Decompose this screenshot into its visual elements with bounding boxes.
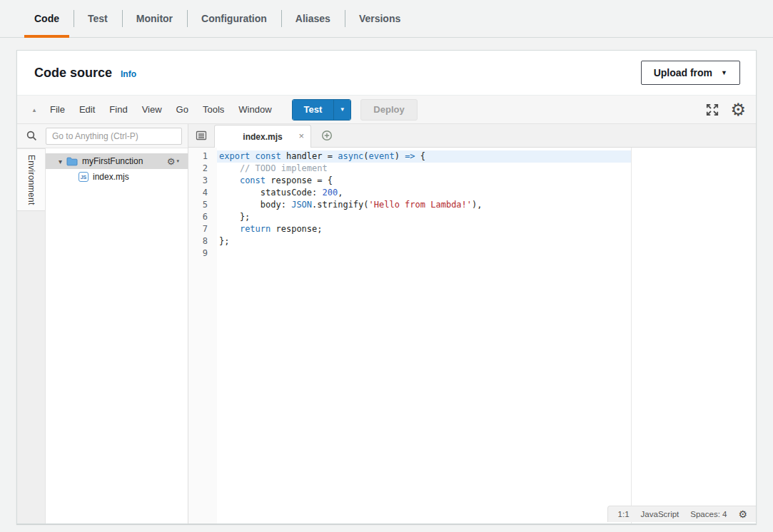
code-line-5[interactable]: body: JSON.stringify('Hello from Lambda!… xyxy=(217,199,756,211)
console-tab-aliases[interactable]: Aliases xyxy=(281,0,345,37)
code-line-9[interactable] xyxy=(217,247,756,260)
page-title: Code source xyxy=(34,66,112,81)
line-number[interactable]: 7 xyxy=(188,223,217,235)
folder-icon xyxy=(66,157,78,166)
menu-edit[interactable]: Edit xyxy=(72,96,102,124)
panel-rail: Environment xyxy=(17,148,46,523)
line-number[interactable]: 6 xyxy=(188,211,217,223)
editor-settings-gear-icon[interactable]: ⚙ xyxy=(730,101,746,118)
console-tab-code[interactable]: Code xyxy=(20,0,74,37)
sidebar-lower: Environment ▾ myFir xyxy=(17,148,188,523)
code-content: export const handler = async(event) => {… xyxy=(217,148,756,523)
info-link[interactable]: Info xyxy=(121,69,136,79)
language-mode[interactable]: JavaScript xyxy=(641,510,679,518)
search-icon[interactable] xyxy=(17,131,46,141)
title-group: Code source Info xyxy=(34,66,136,81)
code-line-6[interactable]: }; xyxy=(217,211,756,223)
code-line-7[interactable]: return response; xyxy=(217,223,756,235)
test-options-button[interactable]: ▼ xyxy=(333,100,350,120)
tree-folder-myfirstfunction[interactable]: ▾ myFirstFunction ⚙▾ xyxy=(46,153,188,169)
tree-file-index-mjs[interactable]: JS index.mjs xyxy=(46,169,188,185)
tab-list-icon[interactable] xyxy=(188,130,214,141)
upload-from-label: Upload from xyxy=(654,67,712,78)
menu-tools[interactable]: Tools xyxy=(196,96,231,124)
menu-window[interactable]: Window xyxy=(231,96,278,124)
console-tabs: CodeTestMonitorConfigurationAliasesVersi… xyxy=(0,0,773,38)
explorer-sidebar: Environment ▾ myFir xyxy=(17,124,188,523)
upload-from-button[interactable]: Upload from ▼ xyxy=(641,61,740,85)
line-number-gutter: 123456789 xyxy=(188,148,217,523)
cursor-position[interactable]: 1:1 xyxy=(618,510,630,518)
menu-view[interactable]: View xyxy=(135,96,169,124)
menubar-right-icons: ⚙ xyxy=(705,101,749,118)
code-source-panel: Code source Info Upload from ▼ ▴ FileEdi… xyxy=(16,50,757,524)
console-tab-monitor[interactable]: Monitor xyxy=(122,0,187,37)
editor-tabbar: index.mjs × xyxy=(188,124,756,148)
folder-label: myFirstFunction xyxy=(82,156,143,166)
menubar-collapse-icon[interactable]: ▴ xyxy=(26,106,43,113)
line-number[interactable]: 4 xyxy=(188,187,217,199)
code-line-1[interactable]: export const handler = async(event) => { xyxy=(217,150,756,163)
menu-file[interactable]: File xyxy=(43,96,72,124)
line-number[interactable]: 3 xyxy=(188,175,217,187)
code-area: 123456789 export const handler = async(e… xyxy=(188,148,756,523)
console-tab-test[interactable]: Test xyxy=(74,0,122,37)
menu-go[interactable]: Go xyxy=(169,96,196,124)
line-number[interactable]: 1 xyxy=(188,150,217,163)
editor-menus: FileEditFindViewGoToolsWindow xyxy=(43,96,279,124)
code-line-2[interactable]: // TODO implement xyxy=(217,163,756,175)
test-button[interactable]: Test xyxy=(293,100,334,120)
js-file-icon: JS xyxy=(79,172,89,182)
editor-tab-index-mjs[interactable]: index.mjs × xyxy=(214,125,311,148)
tree-settings-gear-icon[interactable]: ⚙▾ xyxy=(167,156,179,167)
chevron-down-icon[interactable]: ▾ xyxy=(59,158,62,165)
code-source-header: Code source Info Upload from ▼ xyxy=(17,51,756,96)
file-tree: ▾ myFirstFunction ⚙▾ JS xyxy=(46,148,188,523)
code-line-8[interactable]: }; xyxy=(217,235,756,247)
line-number[interactable]: 2 xyxy=(188,163,217,175)
ide-region: ▴ FileEditFindViewGoToolsWindow Test ▼ D… xyxy=(17,96,756,523)
spaces-setting[interactable]: Spaces: 4 xyxy=(690,510,727,518)
line-number[interactable]: 5 xyxy=(188,199,217,211)
new-tab-icon[interactable] xyxy=(321,130,333,141)
ide-body: Environment ▾ myFir xyxy=(17,124,756,523)
console-tab-versions[interactable]: Versions xyxy=(345,0,415,37)
menu-find[interactable]: Find xyxy=(102,96,134,124)
editor-pane: index.mjs × 123456789 exp xyxy=(188,124,756,523)
goto-anything-input[interactable] xyxy=(46,128,182,145)
environment-tab[interactable]: Environment xyxy=(17,148,45,211)
goto-anything-row xyxy=(17,124,188,148)
file-label: index.mjs xyxy=(93,172,129,182)
code-line-4[interactable]: statusCode: 200, xyxy=(217,187,756,199)
environment-tab-label: Environment xyxy=(26,155,36,205)
line-number[interactable]: 9 xyxy=(188,247,217,260)
test-button-group: Test ▼ xyxy=(292,99,352,121)
code-line-3[interactable]: const response = { xyxy=(217,175,756,187)
close-tab-icon[interactable]: × xyxy=(298,131,304,140)
editor-status-bar: 1:1 JavaScript Spaces: 4 ⚙ xyxy=(607,506,756,522)
line-number[interactable]: 8 xyxy=(188,235,217,247)
chevron-down-icon: ▼ xyxy=(721,69,727,76)
editor-menubar: ▴ FileEditFindViewGoToolsWindow Test ▼ D… xyxy=(17,96,756,124)
editor-tab-label: index.mjs xyxy=(243,132,282,142)
deploy-button[interactable]: Deploy xyxy=(360,99,417,121)
console-tab-configuration[interactable]: Configuration xyxy=(187,0,281,37)
status-gear-icon[interactable]: ⚙ xyxy=(738,509,747,519)
fullscreen-icon[interactable] xyxy=(705,103,719,117)
lambda-console: CodeTestMonitorConfigurationAliasesVersi… xyxy=(0,0,773,38)
